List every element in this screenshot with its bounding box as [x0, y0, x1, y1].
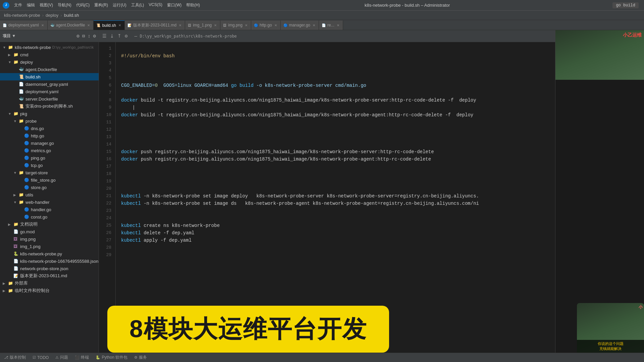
- tree-metrics-go[interactable]: 🔵 metrics.go: [0, 147, 99, 154]
- tab-http-go[interactable]: 🔵 http.go ✕: [251, 20, 281, 30]
- menu-refactor[interactable]: 重构(R): [92, 2, 110, 9]
- tree-probe-py[interactable]: 🐍 k8s-network-probe.py: [0, 250, 99, 257]
- sidebar-icon-settings[interactable]: ⚙: [76, 33, 79, 39]
- line-num-14: 14: [99, 141, 111, 148]
- menu-view[interactable]: 视图(V): [38, 2, 55, 9]
- tree-external[interactable]: ▶ 📁 外部库: [0, 280, 99, 287]
- status-terminal[interactable]: ⬛ 终端: [75, 355, 89, 360]
- tree-agent-dockerfile[interactable]: 🐳 agent.Dockerfile: [0, 66, 99, 73]
- menu-vcs[interactable]: VCS(S): [147, 2, 164, 9]
- tree-manager-go[interactable]: 🔵 manager.go: [0, 139, 99, 147]
- tree-img1-png[interactable]: 🖼 img_1.png: [0, 243, 99, 250]
- tree-img-png[interactable]: 🖼 img.png: [0, 235, 99, 243]
- line-num-1: 1 ▶: [99, 45, 111, 52]
- status-python[interactable]: 🐍 Python 软件包: [96, 355, 127, 360]
- sidebar-icon-sort[interactable]: ↕: [88, 34, 90, 39]
- tab-re[interactable]: 📄 re... ✕: [319, 20, 343, 30]
- tree-probe-json[interactable]: 📄 k8s-network-probe-1667649555588.json: [0, 257, 99, 265]
- tree-root[interactable]: ▼ 📁 k8s-network-probe D:\yy_work\go_path…: [0, 44, 99, 51]
- tab-label-version: 版本更新-2023-0611.md: [133, 22, 176, 28]
- line-num-6: 6: [99, 82, 111, 89]
- tree-build-sh[interactable]: 📜 build.sh: [0, 73, 99, 80]
- tab-close-build[interactable]: ✕: [118, 23, 122, 27]
- tool-icon-settings[interactable]: ⚙: [124, 33, 128, 40]
- tab-build-sh[interactable]: 📜 build.sh ✕: [94, 20, 124, 30]
- tab-icon-version: 📝: [127, 23, 131, 27]
- tree-fille-store[interactable]: 🔵 fille_store.go: [0, 176, 99, 184]
- tab-version-md[interactable]: 📝 版本更新-2023-0611.md ✕: [125, 20, 185, 30]
- tab-close-re[interactable]: ✕: [336, 23, 340, 27]
- bottom-right-video: 小 你说的这个问题 充钱就能解决: [577, 303, 644, 353]
- menu-code[interactable]: 代码(C): [74, 2, 92, 9]
- tree-label-ping: ping.go: [31, 156, 45, 161]
- menu-window[interactable]: 窗口(W): [165, 2, 183, 9]
- status-problems[interactable]: ⚠ 问题: [55, 355, 68, 360]
- tree-http-go[interactable]: 🔵 http.go: [0, 132, 99, 139]
- line-num-3: 3: [99, 60, 111, 67]
- tree-tcp-go[interactable]: 🔵 tcp.go: [0, 162, 99, 169]
- tree-version-md[interactable]: 📝 版本更新-2023-0611.md: [0, 272, 99, 280]
- tab-close-http[interactable]: ✕: [274, 23, 278, 27]
- menu-file[interactable]: 文件: [12, 2, 24, 9]
- status-todo[interactable]: ☑ TODO: [33, 355, 49, 360]
- tree-label-web-handler: web-handler: [25, 200, 50, 205]
- tab-icon-re: 📄: [322, 23, 326, 27]
- tab-deployment-yaml[interactable]: 📄 deployment.yaml ✕: [0, 20, 48, 30]
- tab-close-deployment[interactable]: ✕: [41, 23, 45, 27]
- tab-label-build: build.sh: [102, 23, 116, 28]
- status-icon-python: 🐍: [96, 355, 100, 360]
- tab-close-agent[interactable]: ✕: [87, 23, 91, 27]
- tree-go-mod[interactable]: 📄 go.mod: [0, 228, 99, 235]
- tree-probe[interactable]: ▼ 📁 probe: [0, 117, 99, 125]
- tree-path-root: D:\yy_work\go_path\src\k: [52, 45, 94, 49]
- tree-ping-go[interactable]: 🔵 ping.go: [0, 154, 99, 162]
- menu-tools[interactable]: 工具(L): [129, 2, 146, 9]
- tab-manager-go[interactable]: 🔵 manager.go ✕: [281, 20, 319, 30]
- tree-docs[interactable]: ▶ 📁 文档说明: [0, 221, 99, 228]
- go-build-badge: go build: [612, 2, 639, 8]
- tree-web-handler[interactable]: ▼ 📁 web-handler: [0, 198, 99, 206]
- tab-icon-build: 📜: [96, 23, 100, 27]
- tree-server-dockerfile[interactable]: 🐳 server.Dockerfile: [0, 95, 99, 103]
- status-service[interactable]: ⚙ 服务: [134, 355, 147, 360]
- tree-deploy[interactable]: ▼ 📁 deploy: [0, 58, 99, 66]
- tool-icon-3[interactable]: ⤒: [117, 33, 122, 40]
- tree-store-go[interactable]: 🔵 store.go: [0, 184, 99, 191]
- status-version-control[interactable]: ⎇ 版本控制: [4, 355, 26, 360]
- tool-icon-2[interactable]: ⤓: [109, 33, 115, 40]
- menu-run[interactable]: 运行(U): [111, 2, 128, 9]
- tree-temp[interactable]: ▶ 📁 临时文件和控制台: [0, 287, 99, 294]
- tab-close-img1[interactable]: ✕: [213, 23, 217, 27]
- tree-label-deployment: deployment.yaml: [25, 89, 58, 94]
- file-icon-metrics: 🔵: [24, 148, 30, 153]
- tab-close-version[interactable]: ✕: [178, 23, 182, 27]
- tree-dns-script[interactable]: 📜 安装dns-probe的脚本.sh: [0, 103, 99, 110]
- file-icon-store-json: 📄: [13, 266, 19, 271]
- tab-close-img[interactable]: ✕: [244, 23, 248, 27]
- tree-cmd[interactable]: ▶ 📁 cmd: [0, 51, 99, 58]
- tab-close-manager[interactable]: ✕: [312, 23, 316, 27]
- folder-icon-pkg: 📁: [13, 111, 19, 116]
- tab-img1[interactable]: 🖼 img_1.png ✕: [185, 20, 220, 30]
- tree-handler-go[interactable]: 🔵 handler.go: [0, 206, 99, 213]
- tab-agent-dockerfile[interactable]: 🐳 agent.Dockerfile ✕: [48, 20, 94, 30]
- tool-icon-1[interactable]: ☰: [102, 33, 107, 40]
- folder-icon-temp: 📁: [8, 288, 13, 293]
- file-icon-dns-script: 📜: [19, 104, 24, 109]
- tree-pkg[interactable]: ▼ 📁 pkg: [0, 110, 99, 117]
- tree-const-go[interactable]: 🔵 const.go: [0, 213, 99, 221]
- arrow-pkg: ▼: [8, 112, 13, 116]
- sidebar-icon-gear[interactable]: ⚙: [93, 33, 96, 39]
- tree-deployment[interactable]: 📄 deployment.yaml: [0, 88, 99, 95]
- menu-edit[interactable]: 编辑: [25, 2, 37, 9]
- tree-dns-go[interactable]: 🔵 dns.go: [0, 125, 99, 132]
- tree-utils[interactable]: ▶ 📁 utils: [0, 191, 99, 198]
- path-dir: deploy: [46, 13, 58, 18]
- tree-daemonset[interactable]: 📄 daemonset_gray.yaml: [0, 80, 99, 88]
- tree-store-json[interactable]: 📄 network-probe-store.json: [0, 265, 99, 272]
- tree-target-store[interactable]: ▼ 📁 target-store: [0, 169, 99, 176]
- sidebar-icon-collapse[interactable]: ⊟: [82, 33, 85, 39]
- menu-help[interactable]: 帮助(H): [184, 2, 202, 9]
- menu-nav[interactable]: 导航(N): [56, 2, 73, 9]
- tab-img[interactable]: 🖼 img.png ✕: [220, 20, 251, 30]
